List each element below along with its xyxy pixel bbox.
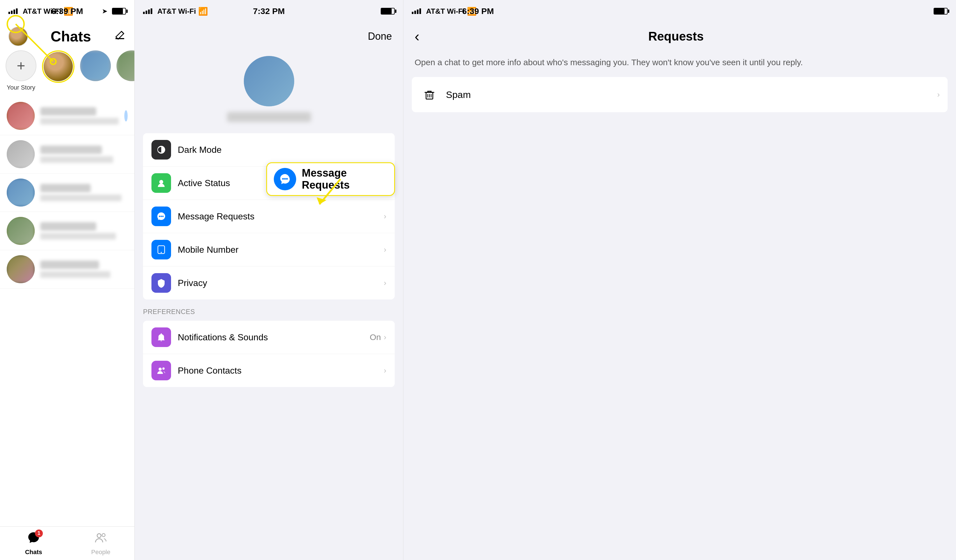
settings-row-privacy[interactable]: Privacy ›: [143, 267, 395, 300]
chat-item[interactable]: [0, 97, 134, 135]
notifications-icon: [151, 328, 171, 347]
chat-preview: [40, 156, 113, 163]
notifications-right: On ›: [370, 333, 386, 342]
settings-row-message-requests[interactable]: Message Requests ›: [143, 200, 395, 233]
settings-row-notifications[interactable]: Notifications & Sounds On ›: [143, 321, 395, 354]
status-bar-settings: AT&T Wi-Fi 📶 7:32 PM: [135, 0, 403, 22]
settings-row-mobile-number[interactable]: Mobile Number ›: [143, 233, 395, 267]
privacy-chevron: ›: [384, 278, 386, 287]
chat-avatar: [7, 179, 35, 207]
profile-section: [135, 50, 403, 130]
chat-badge: 1: [35, 530, 43, 537]
active-status-label: Active Status: [178, 178, 230, 188]
notifications-chevron: ›: [384, 333, 386, 342]
privacy-label-wrap: Privacy: [178, 278, 377, 288]
carrier-name-3: AT&T Wi-Fi: [426, 7, 465, 16]
tab-bar: 1 Chats People: [0, 526, 134, 560]
message-requests-icon: [151, 207, 171, 226]
story-item-1[interactable]: [42, 50, 74, 86]
phone-contacts-icon: [151, 361, 171, 380]
chat-content: [40, 260, 127, 278]
svg-point-11: [159, 368, 162, 371]
chats-header: Chats: [0, 22, 134, 50]
story-item-2[interactable]: [80, 50, 111, 84]
dark-mode-icon: [151, 140, 171, 160]
profile-name-blurred: [227, 112, 311, 122]
mobile-number-label-wrap: Mobile Number: [178, 245, 377, 255]
carrier-info-2: AT&T Wi-Fi 📶: [143, 7, 208, 16]
message-requests-right: ›: [384, 212, 386, 221]
mobile-number-label: Mobile Number: [178, 245, 239, 255]
story-avatar-3: [116, 50, 134, 81]
user-avatar-header[interactable]: [8, 27, 28, 46]
story-avatar-highlighted: [44, 52, 73, 81]
spam-label: Spam: [446, 89, 931, 100]
add-story-item[interactable]: + Your Story: [6, 50, 36, 91]
settings-row-phone-contacts[interactable]: Phone Contacts ›: [143, 354, 395, 387]
battery-icon-2: [381, 8, 395, 14]
user-photo: [44, 52, 73, 81]
location-icon: ➤: [102, 7, 107, 15]
chat-name: [40, 107, 96, 116]
notifications-value: On: [370, 333, 381, 342]
battery-icon-3: [934, 8, 948, 14]
requests-list: Spam ›: [403, 77, 956, 112]
chat-item[interactable]: [0, 212, 134, 250]
message-requests-label-wrap: Message Requests: [178, 211, 377, 222]
svg-point-14: [284, 178, 286, 180]
preferences-label: PREFERENCES: [135, 302, 403, 318]
time-display-2: 7:32 PM: [253, 6, 285, 16]
chats-tab-icon: 1: [27, 531, 40, 547]
requests-title: Requests: [425, 30, 927, 43]
settings-row-darkmode[interactable]: Dark Mode: [143, 133, 395, 166]
phone-contacts-label: Phone Contacts: [178, 365, 242, 376]
chat-item[interactable]: [0, 135, 134, 174]
chat-item[interactable]: [0, 250, 134, 289]
signal-icon: [8, 8, 17, 14]
chat-item[interactable]: [0, 174, 134, 212]
battery-area-2: [380, 8, 395, 14]
spam-chevron: ›: [937, 90, 940, 99]
your-story-label: Your Story: [7, 84, 35, 91]
privacy-label: Privacy: [178, 278, 207, 288]
time-display-3: 6:39 PM: [462, 6, 494, 16]
story-item-3[interactable]: [116, 50, 134, 84]
svg-point-7: [159, 216, 160, 217]
chat-avatar: [7, 140, 35, 168]
mobile-number-icon: [151, 240, 171, 259]
chat-preview: [40, 118, 119, 124]
svg-point-1: [97, 534, 101, 538]
phone-contacts-chevron: ›: [384, 366, 386, 375]
chat-name: [40, 222, 96, 231]
svg-point-10: [161, 252, 162, 253]
back-button[interactable]: ‹: [415, 28, 419, 45]
people-tab-label: People: [91, 549, 110, 556]
msg-req-popup-icon: [274, 168, 296, 190]
tab-chats[interactable]: 1 Chats: [17, 531, 50, 556]
notifications-label-wrap: Notifications & Sounds: [178, 332, 363, 342]
add-story-button[interactable]: +: [6, 50, 36, 81]
done-button[interactable]: Done: [368, 30, 392, 42]
settings-header: Done: [135, 22, 403, 50]
message-requests-popup: Message Requests: [266, 162, 395, 196]
mobile-number-chevron: ›: [384, 245, 386, 254]
svg-point-13: [282, 178, 284, 180]
status-bar-chats: AT&T Wi-Fi 📶 6:39 PM ➤: [0, 0, 134, 22]
privacy-right: ›: [384, 278, 386, 287]
profile-avatar: [244, 56, 294, 106]
settings-group-preferences: Notifications & Sounds On › Phone Contac…: [143, 321, 395, 387]
chat-name: [40, 260, 99, 269]
chat-avatar: [7, 255, 35, 283]
time-display: 6:39 PM: [51, 6, 83, 16]
chat-preview: [40, 233, 116, 240]
tab-people[interactable]: People: [84, 531, 118, 556]
svg-point-6: [159, 180, 163, 184]
spam-row[interactable]: Spam ›: [412, 77, 948, 112]
mobile-number-right: ›: [384, 245, 386, 254]
msg-req-popup-label: Message Requests: [302, 167, 387, 191]
chat-name: [40, 184, 91, 192]
chat-content: [40, 222, 127, 240]
compose-button[interactable]: [114, 29, 126, 44]
message-requests-chevron: ›: [384, 212, 386, 221]
stories-row: + Your Story: [0, 50, 134, 97]
